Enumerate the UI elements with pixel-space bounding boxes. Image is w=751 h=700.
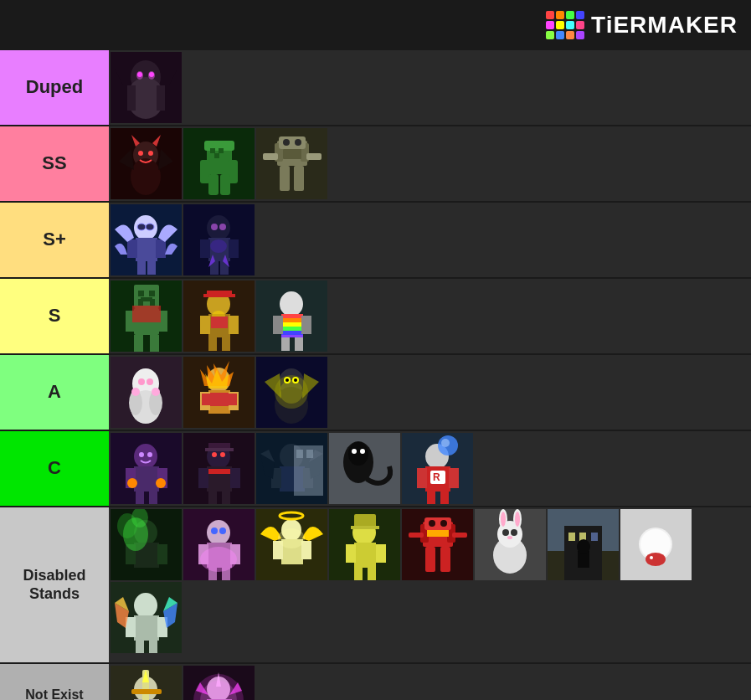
header: TiERMAKER <box>0 0 751 50</box>
svg-rect-28 <box>280 166 290 191</box>
svg-rect-66 <box>150 299 155 306</box>
svg-point-231 <box>577 539 590 554</box>
svg-rect-159 <box>449 468 459 488</box>
svg-rect-48 <box>200 239 210 258</box>
list-item <box>329 509 400 580</box>
svg-rect-134 <box>208 492 217 504</box>
svg-rect-132 <box>198 468 208 488</box>
tier-label-duped: Duped <box>0 50 109 125</box>
tier-row-notexist: Not ExistAnymore <box>0 664 751 700</box>
tiermaker-logo: TiERMAKER <box>546 11 738 39</box>
svg-point-125 <box>127 478 137 488</box>
list-item <box>183 281 255 352</box>
tier-row-a: A <box>0 355 751 431</box>
svg-rect-22 <box>219 148 224 153</box>
list-item <box>111 509 182 580</box>
svg-point-220 <box>502 529 509 536</box>
svg-point-126 <box>156 478 166 488</box>
list-item <box>183 204 255 275</box>
svg-point-175 <box>207 520 230 545</box>
tier-items-c: R <box>109 431 751 506</box>
svg-rect-158 <box>417 468 427 488</box>
list-item <box>111 433 182 504</box>
svg-rect-21 <box>210 148 215 153</box>
svg-rect-72 <box>229 316 239 334</box>
svg-point-128 <box>147 452 152 457</box>
svg-point-52 <box>211 224 218 230</box>
svg-rect-123 <box>136 492 144 504</box>
list-item <box>111 357 182 428</box>
tier-label-notexist: Not ExistAnymore <box>0 664 109 700</box>
list-item <box>111 128 182 199</box>
svg-rect-82 <box>281 314 303 318</box>
tier-label-c: C <box>0 431 109 506</box>
svg-point-219 <box>515 512 520 527</box>
svg-rect-193 <box>354 543 376 568</box>
tier-row-duped: Duped <box>0 50 751 126</box>
list-item <box>183 357 255 428</box>
tier-items-ss <box>109 126 751 201</box>
list-item <box>475 509 546 580</box>
svg-rect-136 <box>208 469 230 474</box>
tier-row-c: C <box>0 431 751 507</box>
svg-rect-71 <box>200 316 210 334</box>
svg-point-235 <box>646 553 666 566</box>
svg-rect-41 <box>137 261 146 275</box>
svg-rect-67 <box>132 306 161 322</box>
svg-rect-74 <box>222 337 230 351</box>
list-item <box>402 509 473 580</box>
svg-rect-148 <box>306 450 313 458</box>
svg-rect-210 <box>409 533 424 538</box>
list-item <box>183 509 255 580</box>
svg-rect-62 <box>138 291 144 296</box>
svg-point-54 <box>210 239 227 253</box>
svg-rect-161 <box>440 492 449 504</box>
svg-point-222 <box>507 536 512 539</box>
svg-rect-243 <box>149 641 157 653</box>
svg-rect-204 <box>425 547 435 572</box>
svg-rect-19 <box>208 174 219 195</box>
svg-rect-30 <box>279 136 306 149</box>
svg-point-44 <box>146 224 154 230</box>
tier-row-splus: S+ <box>0 203 751 279</box>
svg-rect-42 <box>147 261 156 275</box>
list-item <box>111 52 182 123</box>
svg-rect-20 <box>220 174 230 195</box>
tier-items-notexist <box>109 664 751 700</box>
list-item <box>256 509 327 580</box>
svg-rect-195 <box>376 544 386 563</box>
logo-title: TiERMAKER <box>591 12 738 39</box>
svg-point-113 <box>280 380 303 404</box>
svg-rect-170 <box>157 544 167 564</box>
svg-rect-140 <box>205 448 234 451</box>
svg-rect-83 <box>281 318 303 322</box>
svg-point-11 <box>131 158 161 195</box>
svg-rect-199 <box>351 526 379 529</box>
svg-rect-39 <box>127 239 137 258</box>
svg-point-127 <box>139 452 144 457</box>
svg-rect-86 <box>281 331 303 335</box>
tier-label-a: A <box>0 355 109 430</box>
svg-rect-34 <box>263 153 278 160</box>
svg-rect-3 <box>127 85 136 111</box>
svg-rect-209 <box>427 530 449 537</box>
list-item <box>256 128 327 199</box>
list-item <box>183 433 255 504</box>
svg-rect-147 <box>296 450 303 458</box>
list-item <box>111 666 182 700</box>
svg-point-117 <box>294 378 297 382</box>
svg-point-137 <box>212 452 217 457</box>
svg-rect-63 <box>149 291 155 296</box>
svg-point-8 <box>149 72 154 77</box>
svg-rect-227 <box>568 533 575 541</box>
app-container: TiERMAKER Duped <box>0 0 751 700</box>
svg-point-207 <box>429 520 435 527</box>
svg-point-43 <box>137 224 146 230</box>
svg-point-80 <box>280 291 303 317</box>
svg-rect-33 <box>283 149 301 159</box>
svg-point-116 <box>285 378 289 382</box>
svg-rect-35 <box>306 153 321 160</box>
svg-point-97 <box>138 378 145 385</box>
list-item <box>256 357 327 428</box>
svg-point-182 <box>211 528 218 534</box>
